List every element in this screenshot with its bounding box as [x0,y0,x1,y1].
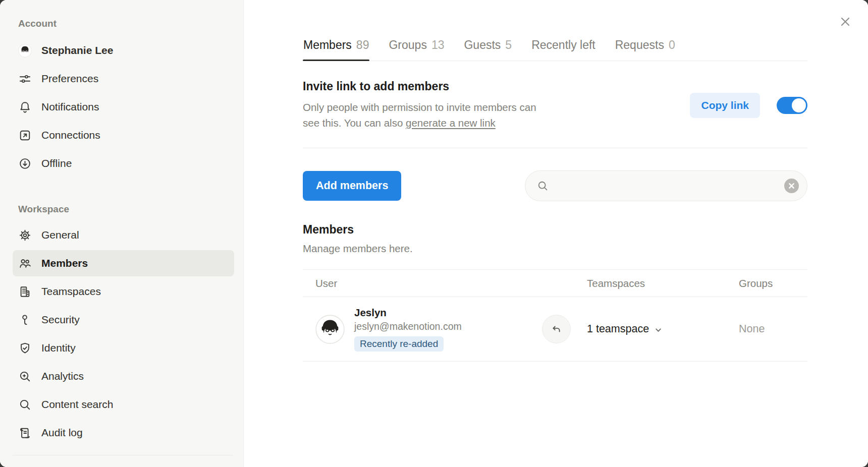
copy-link-button[interactable]: Copy link [690,93,760,118]
tab-count: 89 [356,38,369,51]
gear-icon [18,228,32,242]
tab-label: Members [303,38,352,51]
key-icon [18,313,32,327]
magnifier-sparkle-icon [18,370,32,383]
user-avatar-icon [17,43,33,59]
clear-x-icon [788,183,795,189]
sidebar-item-content-search[interactable]: Content search [13,391,234,418]
member-avatar [315,315,345,344]
search-icon [536,180,549,192]
tab-label: Requests [615,38,664,51]
toggle-knob [792,98,806,112]
member-email: jeslyn@makenotion.com [354,321,462,332]
members-list-title: Members [303,223,807,237]
sidebar-item-label: Content search [41,398,113,411]
table-row: Jeslyn jeslyn@makenotion.com Recently re… [303,297,807,362]
workspace-section-label: Workspace [0,204,243,215]
undo-button[interactable] [542,315,571,343]
sidebar-item-label: Members [41,257,88,269]
sidebar-item-audit-log[interactable]: Audit log [13,420,234,446]
sidebar-item-label: Preferences [41,73,98,85]
shield-check-icon [18,341,32,355]
tab-label: Groups [389,38,426,51]
tab-count: 13 [431,38,445,51]
tab-members[interactable]: Members89 [303,38,369,61]
tab-requests[interactable]: Requests0 [615,38,676,61]
invite-link-section: Invite link to add members Only people w… [303,80,807,131]
sidebar-item-label: Connections [41,129,100,141]
teamspaces-dropdown[interactable]: 1 teamspace [587,323,739,335]
tab-label: Recently left [531,38,595,51]
invite-desc-line2: see this. You can also [303,117,406,129]
sidebar-item-label: Teamspaces [41,285,101,298]
add-members-button[interactable]: Add members [303,171,401,201]
close-icon [839,15,852,28]
column-header-user: User [303,277,587,289]
members-settings-panel: Members89 Groups13 Guests5 Recently left… [244,0,868,467]
sidebar-item-stephanie-lee[interactable]: Stephanie Lee [13,37,234,64]
sidebar-item-teamspaces[interactable]: Teamspaces [13,278,234,305]
sidebar-item-label: Analytics [41,370,84,382]
tab-guests[interactable]: Guests5 [463,38,512,61]
account-section-label: Account [0,18,243,29]
tab-count: 0 [669,38,675,51]
undo-icon [550,323,563,335]
settings-dialog: Account Stephanie Lee Prefe [0,0,868,467]
members-list-subtitle: Manage members here. [303,243,807,255]
members-table: User Teamspaces Groups [303,269,807,362]
chevron-down-icon [655,326,662,334]
sidebar-item-identity[interactable]: Identity [13,335,234,361]
sidebar-item-members[interactable]: Members [13,250,234,276]
section-divider [303,148,807,148]
sidebar-item-analytics[interactable]: Analytics [13,363,234,389]
sidebar-item-label: Stephanie Lee [41,44,113,56]
search-clear-button[interactable] [784,179,799,193]
arrow-up-right-square-icon [18,129,32,142]
generate-new-link[interactable]: generate a new link [406,117,496,129]
people-icon [18,257,32,270]
members-tabs: Members89 Groups13 Guests5 Recently left… [303,38,807,61]
magnifier-icon [18,398,32,412]
sidebar-item-label: Offline [41,157,72,169]
tab-recently-left[interactable]: Recently left [531,38,596,61]
tab-count: 5 [505,38,512,51]
column-header-teamspaces: Teamspaces [587,277,739,289]
account-section: Account Stephanie Lee Prefe [0,18,243,179]
members-list-header: Members Manage members here. [303,223,807,255]
member-status-badge: Recently re-added [354,336,444,352]
column-header-groups: Groups [739,277,807,289]
invite-link-toggle[interactable] [777,97,807,114]
workspace-section: Workspace General Members Teamspaces [0,179,243,448]
member-name: Jeslyn [354,307,387,319]
sidebar-item-security[interactable]: Security [13,307,234,333]
members-actions-row: Add members [303,170,807,201]
invite-link-controls: Copy link [690,93,807,118]
bell-icon [18,100,32,114]
tab-groups[interactable]: Groups13 [388,38,445,61]
close-button[interactable] [837,13,854,30]
tab-label: Guests [464,38,501,51]
sidebar-item-connections[interactable]: Connections [13,122,234,148]
sidebar-item-label: Security [41,314,80,326]
sidebar-divider [13,455,233,455]
sidebar-item-preferences[interactable]: Preferences [13,66,234,92]
invite-link-description: Only people with permission to invite me… [303,99,536,131]
sidebar-item-label: General [41,229,79,241]
sidebar-item-general[interactable]: General [13,222,234,248]
arrow-down-circle-icon [18,157,32,170]
invite-link-text-block: Invite link to add members Only people w… [303,80,536,131]
sidebar-item-label: Audit log [41,427,83,439]
sidebar-item-label: Identity [41,342,76,354]
sidebar-item-offline[interactable]: Offline [13,150,234,177]
user-cell: Jeslyn jeslyn@makenotion.com Recently re… [303,307,587,352]
scroll-icon [18,426,32,440]
user-info: Jeslyn jeslyn@makenotion.com Recently re… [354,307,462,352]
members-search[interactable] [525,170,807,201]
building-icon [18,285,32,299]
sidebar-item-notifications[interactable]: Notifications [13,94,234,120]
search-input[interactable] [556,180,777,192]
invite-link-title: Invite link to add members [303,80,536,93]
sidebar-item-label: Notifications [41,101,99,113]
members-table-header: User Teamspaces Groups [303,269,807,297]
invite-desc-line1: Only people with permission to invite me… [303,101,536,113]
